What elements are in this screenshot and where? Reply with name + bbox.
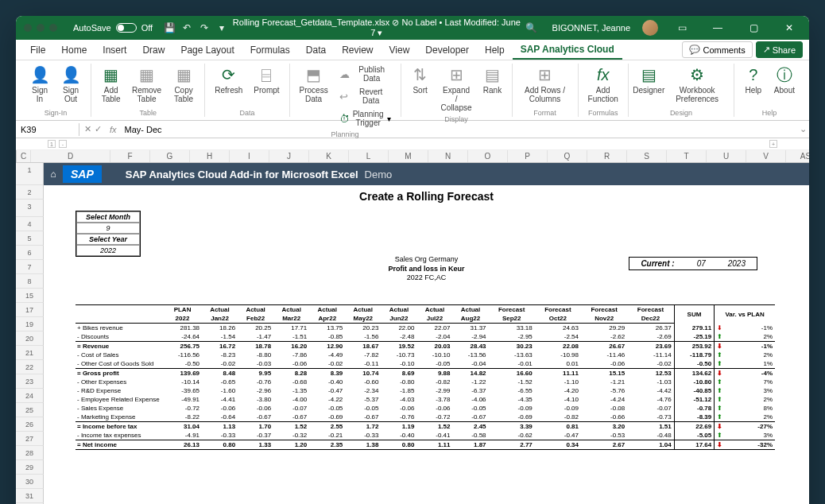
column-header[interactable]: F	[110, 150, 150, 162]
comments-button[interactable]: 💬 Comments	[682, 41, 752, 58]
minimize-icon[interactable]: —	[706, 22, 730, 33]
row-header[interactable]: 2	[16, 185, 44, 200]
column-header[interactable]: L	[349, 150, 389, 162]
tab-review[interactable]: Review	[334, 41, 381, 59]
tab-home[interactable]: Home	[53, 41, 95, 59]
tab-view[interactable]: View	[382, 41, 418, 59]
table-row[interactable]: - Employee Related Expense-49.91-4.41-3.…	[76, 395, 775, 404]
maximize-icon[interactable]: ▢	[742, 22, 765, 33]
tab-page-layout[interactable]: Page Layout	[172, 41, 242, 59]
row-headers[interactable]: 1234567815171920212223242526272829303132…	[16, 163, 44, 504]
avatar[interactable]	[642, 20, 658, 36]
table-row[interactable]: - Marketing Expense-8.22-0.64-0.67-0.67-…	[76, 413, 775, 422]
column-header[interactable]: S	[627, 150, 667, 162]
table-row[interactable]: = Gross profit139.698.489.958.288.3910.7…	[76, 369, 775, 378]
revert-data-button[interactable]: ↩Revert Data	[336, 86, 394, 107]
about-button[interactable]: ⓘAbout	[771, 64, 798, 96]
table-row[interactable]: - Other Cost of Goods Sold-0.50-0.02-0.0…	[76, 359, 775, 369]
expand-collapse-button[interactable]: ⊞Expand / Collapse	[438, 64, 475, 114]
row-header[interactable]: 17	[16, 303, 44, 317]
outline-controls[interactable]: 1- +	[16, 138, 809, 150]
table-row[interactable]: - Sales Expense-0.72-0.06-0.06-0.07-0.05…	[76, 404, 775, 413]
row-header[interactable]: 23	[16, 374, 44, 389]
tab-data[interactable]: Data	[298, 41, 334, 59]
row-header[interactable]: 29	[16, 460, 44, 475]
toggle-icon[interactable]	[116, 23, 137, 33]
copy-table-button[interactable]: ▦Copy Table	[169, 64, 199, 105]
table-row[interactable]: = Net income26.130.801.331.202.351.380.8…	[76, 440, 775, 450]
process-data-button[interactable]: ⬒Process Data	[296, 64, 331, 105]
row-header[interactable]: 22	[16, 360, 44, 374]
column-header[interactable]: T	[667, 150, 707, 162]
row-header[interactable]: 21	[16, 346, 44, 360]
row-header[interactable]: 6	[16, 246, 44, 260]
column-header[interactable]: V	[746, 150, 786, 162]
row-header[interactable]: 1	[16, 163, 44, 185]
autosave-toggle[interactable]: AutoSave Off	[73, 23, 153, 33]
row-header[interactable]: 15	[16, 289, 44, 303]
row-header[interactable]: 7	[16, 260, 44, 274]
prompt-button[interactable]: ⌸Prompt	[250, 64, 282, 96]
cancel-formula-icon[interactable]: ✕	[84, 124, 91, 134]
column-header[interactable]: M	[389, 150, 428, 162]
table-row[interactable]: - Income tax expenses-4.91-0.33-0.37-0.3…	[76, 431, 775, 440]
column-header[interactable]: R	[587, 150, 627, 162]
row-header[interactable]: 24	[16, 389, 44, 403]
month-year-selector[interactable]: Select Month 9 Select Year 2022	[76, 211, 141, 257]
fx-icon[interactable]: fx	[107, 125, 120, 134]
forecast-table[interactable]: PLANActualActualActualActualActualActual…	[76, 304, 775, 450]
enter-formula-icon[interactable]: ✓	[95, 124, 102, 134]
tab-insert[interactable]: Insert	[95, 41, 134, 59]
row-header[interactable]: 4	[16, 217, 44, 231]
table-row[interactable]: - R&D Expense-39.65-1.60-2.96-1.35-0.47-…	[76, 386, 775, 395]
column-header[interactable]: O	[468, 150, 508, 162]
row-header[interactable]: 3	[16, 200, 44, 217]
row-header[interactable]: 26	[16, 417, 44, 432]
redo-icon[interactable]: ↷	[198, 21, 211, 34]
sign-in-button[interactable]: 👤Sign In	[27, 64, 52, 105]
user-name[interactable]: BIGONNET, Jeanne	[552, 23, 630, 33]
table-row[interactable]: = Income before tax31.041.131.701.522.55…	[76, 422, 775, 432]
tab-formulas[interactable]: Formulas	[242, 41, 298, 59]
sensitivity-label[interactable]: ⊘ No Label	[392, 17, 436, 27]
window-controls-mac[interactable]	[24, 24, 57, 32]
sort-button[interactable]: ⇅Sort	[408, 64, 433, 96]
rank-button[interactable]: ▤Rank	[480, 64, 505, 96]
save-icon[interactable]: 💾	[163, 21, 176, 34]
column-header[interactable]: J	[269, 150, 309, 162]
close-icon[interactable]: ✕	[777, 22, 801, 33]
share-button[interactable]: ↗ Share	[756, 41, 803, 58]
tab-developer[interactable]: Developer	[417, 41, 477, 59]
table-row[interactable]: + Bikes revenue281.3818.2620.2517.7113.7…	[76, 324, 775, 333]
column-headers[interactable]: CDFGHIJKLMNOPQRSTUVASAT	[16, 150, 809, 163]
expand-formula-icon[interactable]: ⌄	[796, 124, 809, 134]
add-table-button[interactable]: ▦Add Table	[98, 64, 124, 105]
table-row[interactable]: - Other Expenses-10.14-0.65-0.76-0.68-0.…	[76, 378, 775, 386]
refresh-button[interactable]: ⟳Refresh	[211, 64, 246, 96]
column-header[interactable]: D	[31, 150, 110, 162]
row-header[interactable]: 8	[16, 274, 44, 289]
row-header[interactable]: 20	[16, 331, 44, 346]
search-icon[interactable]: 🔍	[525, 21, 538, 34]
column-header[interactable]: K	[309, 150, 349, 162]
row-header[interactable]: 31	[16, 489, 44, 503]
home-icon[interactable]: ⌂	[44, 169, 63, 180]
dropdown-icon[interactable]: ▾	[215, 21, 228, 34]
column-header[interactable]: C	[17, 150, 31, 162]
sheet-content[interactable]: ⌂ SAP SAP Analytics Cloud Add-in for Mic…	[44, 163, 809, 504]
column-header[interactable]: Q	[548, 150, 587, 162]
column-header[interactable]: AS	[786, 150, 809, 162]
remove-table-button[interactable]: ▦Remove Table	[129, 64, 164, 105]
column-header[interactable]: G	[150, 150, 190, 162]
help-button[interactable]: ?Help	[741, 64, 766, 96]
name-box[interactable]: K39	[16, 123, 79, 136]
row-header[interactable]: 5	[16, 231, 44, 246]
column-header[interactable]: P	[508, 150, 548, 162]
tab-help[interactable]: Help	[477, 41, 513, 59]
ribbon-display-icon[interactable]: ▭	[670, 22, 694, 33]
tab-file[interactable]: File	[22, 41, 53, 59]
column-header[interactable]: N	[428, 150, 468, 162]
tab-sap-analytics-cloud[interactable]: SAP Analytics Cloud	[513, 41, 622, 60]
publish-data-button[interactable]: ☁Publish Data	[336, 64, 394, 84]
row-header[interactable]: 30	[16, 475, 44, 489]
